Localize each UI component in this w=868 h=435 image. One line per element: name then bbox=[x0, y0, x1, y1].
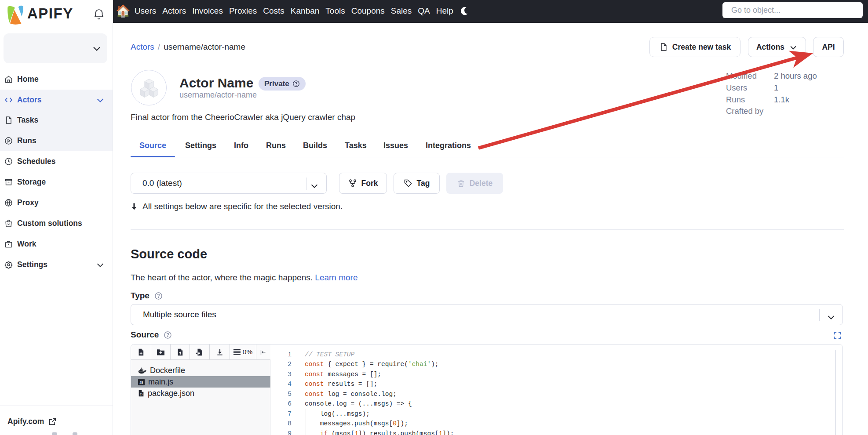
svg-text:{}: {} bbox=[139, 393, 142, 396]
svg-text:JS: JS bbox=[139, 381, 143, 384]
